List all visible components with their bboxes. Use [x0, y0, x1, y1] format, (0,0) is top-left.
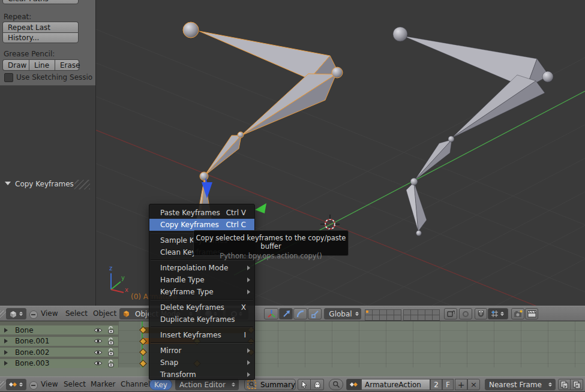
fake-user-button[interactable]: F — [442, 379, 454, 390]
filter-selected-button[interactable] — [298, 379, 311, 390]
menu-object-3d[interactable]: Object — [93, 309, 116, 318]
manipulator-rotate-button[interactable] — [293, 308, 307, 319]
menu-item-paste-keyframes[interactable]: Paste KeyframesCtrl V — [149, 207, 254, 219]
render-animation-button[interactable] — [525, 308, 538, 319]
auto-snap-dropdown[interactable]: Nearest Frame — [485, 379, 556, 390]
show-hidden-button[interactable] — [311, 379, 324, 390]
updown-arrows-icon — [19, 310, 24, 318]
keyframe-diamond[interactable] — [139, 348, 147, 356]
manipulator-translate-button[interactable] — [279, 308, 293, 319]
use-sketching-checkbox[interactable] — [4, 73, 13, 82]
cube-icon — [9, 310, 17, 318]
updown-arrows-icon — [19, 381, 24, 388]
paste-icon — [573, 381, 581, 389]
copy-icon — [560, 381, 568, 389]
gp-erase-button[interactable]: Erase — [55, 59, 79, 71]
transform-orientation-dropdown[interactable]: Global — [324, 308, 361, 319]
joint-sphere — [183, 22, 199, 38]
joint-sphere — [200, 172, 208, 180]
submenu-arrow-icon — [247, 360, 250, 365]
axis-z-label: z — [109, 265, 112, 272]
updown-arrows-icon — [355, 310, 360, 318]
tooltip-text: Copy selected keyframes to the copy/past… — [194, 234, 348, 251]
menu-item-delete-keyframes[interactable]: Delete KeyframesX — [149, 301, 254, 313]
collapse-menus-button[interactable] — [29, 310, 38, 319]
action-diamonds-icon — [349, 381, 358, 388]
menu-view-ds[interactable]: View — [41, 380, 58, 388]
viewport-header: View Select Object Object Mode Glob — [0, 306, 585, 321]
repeat-label: Repeat: — [4, 13, 31, 21]
copy-keyframes-button[interactable] — [558, 379, 571, 390]
magnifier-icon — [332, 381, 340, 388]
gp-draw-button[interactable]: Draw — [2, 59, 29, 71]
keyframe-area[interactable] — [0, 321, 585, 367]
unlink-action-button[interactable]: × — [467, 379, 480, 390]
paste-keyframes-button[interactable] — [571, 379, 583, 390]
tooltip-python: Python: bpy.ops.action.copy() — [194, 252, 348, 260]
summary-filter-icon — [247, 380, 256, 389]
keyframe-diamond[interactable] — [139, 360, 147, 367]
search-filter-button[interactable] — [329, 379, 343, 390]
collapse-menus-button[interactable] — [29, 381, 38, 390]
menu-item-mirror[interactable]: Mirror — [149, 345, 254, 357]
copy-keyframes-panel-header[interactable]: Copy Keyframes — [15, 180, 74, 188]
manipulator-y-arrow — [255, 203, 266, 213]
axis-star-icon — [267, 309, 276, 318]
history-button[interactable]: History... — [2, 32, 79, 43]
updown-arrows-icon — [231, 381, 236, 388]
menu-view-3d[interactable]: View — [41, 309, 58, 318]
snap-increment-icon — [491, 310, 499, 318]
panel-collapse-icon[interactable] — [5, 182, 11, 185]
armature-left-selected[interactable] — [183, 22, 343, 233]
new-action-button[interactable]: + — [455, 379, 467, 390]
proportional-edit-button[interactable] — [459, 308, 472, 319]
panel-drag-grip[interactable] — [74, 180, 90, 189]
camera-icon — [514, 310, 523, 318]
submenu-arrow-icon — [247, 266, 250, 270]
menu-item-keyframe-type[interactable]: Keyframe Type — [149, 286, 254, 298]
snap-element-dropdown[interactable] — [488, 308, 508, 319]
layers-group-2[interactable] — [403, 309, 440, 321]
grease-pencil-label: Grease Pencil: — [4, 50, 55, 58]
joint-sphere — [410, 178, 418, 185]
menu-item-snap[interactable]: Snap — [149, 357, 254, 369]
tooltip: Copy selected keyframes to the copy/past… — [193, 230, 349, 256]
tool-shelf-panel: Clear Paths Repeat: Repeat Last History.… — [0, 0, 95, 86]
manipulator-scale-button[interactable] — [308, 308, 322, 319]
tool-shelf: Clear Paths Repeat: Repeat Last History.… — [0, 0, 96, 306]
object-mode-cube-icon — [122, 310, 130, 318]
repeat-last-button[interactable]: Repeat Last — [2, 22, 79, 32]
editor-type-button-dopesheet[interactable] — [6, 379, 26, 390]
action-name-field[interactable]: ArmatureAction — [361, 379, 430, 390]
plus-icon: + — [458, 380, 465, 390]
joint-sphere — [448, 136, 454, 142]
snap-toggle-button[interactable] — [475, 308, 487, 319]
menu-item-copy-keyframes[interactable]: Copy KeyframesCtrl C — [149, 219, 254, 231]
menu-item-interpolation-mode[interactable]: Interpolation Mode — [149, 262, 254, 274]
menu-channel-ds[interactable]: Channel — [121, 380, 150, 388]
menu-marker-ds[interactable]: Marker — [91, 380, 115, 388]
editor-type-button-3dview[interactable] — [6, 308, 26, 319]
joint-sphere — [393, 27, 407, 41]
menu-item-handle-type[interactable]: Handle Type — [149, 274, 254, 286]
dopesheet-diamonds-icon — [8, 381, 17, 388]
action-users-button[interactable]: 2 — [430, 379, 442, 390]
use-sketching-label: Use Sketching Sessio — [16, 73, 92, 82]
render-still-button[interactable] — [511, 308, 524, 319]
menu-select-3d[interactable]: Select — [65, 309, 88, 318]
clear-paths-button[interactable]: Clear Paths — [2, 0, 79, 4]
menu-item-transform[interactable]: Transform — [149, 369, 254, 381]
submenu-arrow-icon — [247, 290, 250, 294]
joint-sphere — [332, 67, 343, 78]
ghost-icon — [314, 381, 321, 388]
submenu-arrow-icon — [247, 278, 250, 282]
gp-line-button[interactable]: Line — [29, 59, 55, 71]
menu-select-ds[interactable]: Select — [64, 380, 86, 388]
lock-to-scene-button[interactable] — [444, 308, 457, 319]
axis-y-label: y — [121, 275, 125, 281]
layers-group-1[interactable] — [365, 309, 401, 321]
menu-item-duplicate-keyframes[interactable]: Duplicate Keyframes — [149, 313, 254, 325]
armature-right[interactable] — [393, 27, 553, 236]
manipulator-axis-button[interactable] — [264, 308, 278, 319]
menu-item-insert-keyframes[interactable]: Insert KeyframesI — [149, 329, 254, 341]
